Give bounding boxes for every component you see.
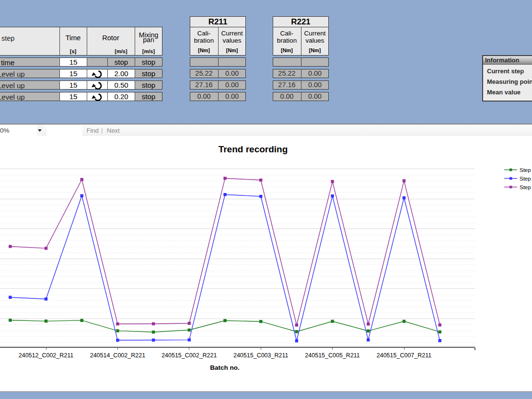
svg-text:240515_C002_R221: 240515_C002_R221 — [162, 352, 217, 359]
svg-text:Batch no.: Batch no. — [210, 364, 240, 371]
svg-text:240514_C002_R221: 240514_C002_R221 — [90, 352, 145, 359]
svg-text:240515_C005_R211: 240515_C005_R211 — [305, 352, 360, 359]
svg-text:Step 4: Step 4 — [520, 184, 532, 190]
svg-text:240515_C007_R211: 240515_C007_R211 — [377, 352, 432, 359]
svg-text:Step 3: Step 3 — [520, 176, 532, 182]
svg-text:240512_C002_R211: 240512_C002_R211 — [19, 352, 74, 359]
svg-text:240515_C003_R211: 240515_C003_R211 — [233, 352, 289, 359]
svg-text:Trend recording: Trend recording — [219, 144, 288, 154]
svg-text:Step 2: Step 2 — [520, 167, 532, 173]
